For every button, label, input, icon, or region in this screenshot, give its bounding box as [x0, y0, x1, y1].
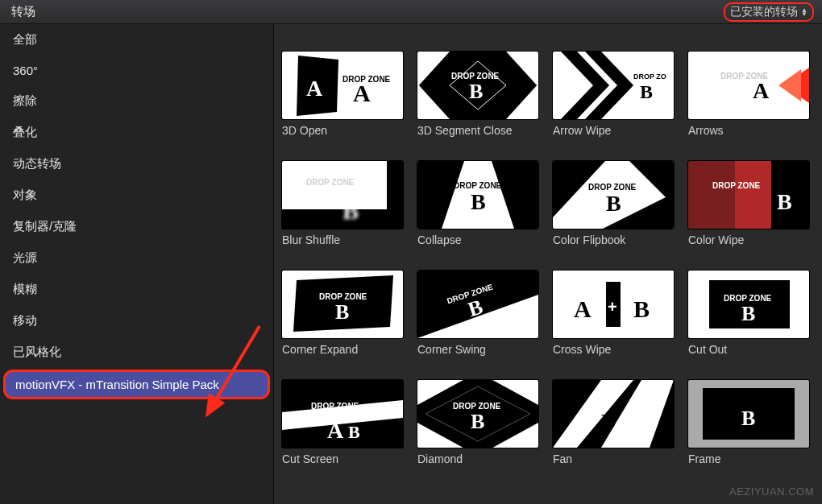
tile-thumb: DROP ZONE B: [553, 161, 674, 229]
sidebar-item-dynamic[interactable]: 动态转场: [0, 148, 273, 180]
installed-filter-dropdown[interactable]: 已安装的转场 ▲▼: [724, 2, 814, 22]
tile-collapse[interactable]: DROP ZONE B Collapse: [417, 161, 538, 261]
tile-label: 3D Segment Close: [417, 124, 538, 151]
tile-label: Corner Swing: [417, 343, 538, 370]
svg-rect-56: [553, 327, 674, 338]
sidebar-item-dissolve[interactable]: 叠化: [0, 117, 273, 148]
tile-thumb: DROP ZONE B: [417, 161, 538, 229]
sidebar-item-label: 擦除: [13, 93, 37, 109]
sidebar-item-light[interactable]: 光源: [0, 242, 273, 274]
sidebar-item-label: 光源: [13, 250, 37, 266]
app-root: 转场 已安装的转场 ▲▼ 全部 360° 擦除 叠化 动态转场 对象 复制器/克…: [0, 0, 822, 504]
tile-label: Diamond: [417, 452, 538, 480]
updown-icon: ▲▼: [801, 8, 807, 16]
svg-text:B: B: [741, 302, 755, 325]
svg-text:B: B: [640, 81, 653, 102]
sidebar-item-label: 移动: [13, 313, 37, 328]
sidebar-item-blur[interactable]: 模糊: [0, 274, 273, 305]
tile-label: Blur Shuffle: [282, 233, 403, 261]
sidebar-item-label: 对象: [13, 188, 37, 203]
tile-arrow-wipe[interactable]: DROP ZO B Arrow Wipe: [553, 52, 674, 151]
tile-cut-screen[interactable]: DROP ZONE A B Cut Screen: [282, 380, 403, 480]
tile-label: Color Flipbook: [553, 233, 674, 261]
tile-label: Corner Expand: [282, 343, 403, 370]
svg-text:DROP ZO: DROP ZO: [633, 72, 666, 81]
tile-thumb: DROP ZONE B: [417, 380, 538, 448]
sidebar-item-label: motionVFX - mTransition Simple Pack: [15, 378, 219, 391]
tile-label: Cut Screen: [282, 452, 403, 480]
tile-corner-swing[interactable]: DROP ZONE B Corner Swing: [417, 271, 538, 370]
tile-diamond[interactable]: DROP ZONE B Diamond: [417, 380, 538, 480]
svg-text:B: B: [606, 191, 621, 216]
sidebar-item-all[interactable]: 全部: [0, 24, 273, 56]
transition-grid-area: A DROP ZONE A 3D Open: [274, 24, 822, 504]
tile-arrows[interactable]: DROP ZONE A Arrows: [688, 52, 809, 151]
svg-text:B: B: [471, 189, 486, 214]
svg-text:B: B: [633, 295, 650, 322]
browser-title: 转场: [11, 4, 35, 19]
svg-text:B: B: [777, 189, 792, 214]
sidebar-item-stylized[interactable]: 已风格化: [0, 337, 273, 368]
svg-text:A: A: [306, 76, 323, 101]
tile-label: Arrow Wipe: [553, 124, 674, 151]
tile-thumb: DROP ZONE A B: [282, 380, 403, 448]
tile-thumb: A + B: [553, 271, 674, 338]
svg-text:B: B: [348, 422, 360, 442]
svg-text:DROP ZONE: DROP ZONE: [712, 181, 761, 190]
category-sidebar: 全部 360° 擦除 叠化 动态转场 对象 复制器/克隆 光源 模糊 移动 已风…: [0, 24, 274, 504]
topbar: 转场 已安装的转场 ▲▼: [0, 0, 822, 24]
tile-cut-out[interactable]: DROP ZONE B Cut Out: [688, 271, 809, 370]
sidebar-item-object[interactable]: 对象: [0, 180, 273, 211]
svg-text:A: A: [353, 80, 371, 106]
tile-color-flipbook[interactable]: DROP ZONE B Color Flipbook: [553, 161, 674, 261]
tile-3d-open[interactable]: A DROP ZONE A 3D Open: [282, 52, 403, 151]
sidebar-item-label: 全部: [13, 32, 37, 48]
tile-thumb: DROP ZO B: [553, 52, 674, 119]
sidebar-item-label: 叠化: [13, 125, 37, 140]
installed-filter-label: 已安装的转场: [730, 5, 798, 19]
svg-text:B: B: [601, 410, 615, 433]
tile-thumb: DROP ZONE B: [417, 52, 538, 119]
svg-text:DROP ZONE: DROP ZONE: [306, 178, 355, 187]
svg-rect-40: [735, 161, 771, 229]
tile-3d-segment-close[interactable]: DROP ZONE B 3D Segment Close: [417, 52, 538, 151]
tile-frame[interactable]: B Frame: [688, 380, 809, 480]
svg-text:B: B: [471, 410, 484, 433]
tile-fan[interactable]: B Fan: [553, 380, 674, 480]
tile-thumb: B: [688, 380, 809, 448]
tile-label: Frame: [688, 452, 809, 480]
tile-label: Cross Wipe: [553, 343, 674, 370]
transition-grid: A DROP ZONE A 3D Open: [282, 52, 814, 480]
sidebar-item-replicator[interactable]: 复制器/克隆: [0, 211, 273, 242]
tile-thumb: A DROP ZONE A: [282, 52, 403, 119]
tile-thumb: DROP ZONE A: [688, 52, 809, 119]
sidebar-item-motionvfx[interactable]: motionVFX - mTransition Simple Pack: [3, 370, 270, 399]
svg-text:A: A: [327, 418, 344, 443]
svg-text:A: A: [574, 295, 592, 322]
sidebar-item-360[interactable]: 360°: [0, 56, 273, 85]
tile-color-wipe[interactable]: DROP ZONE B Color Wipe: [688, 161, 809, 261]
svg-rect-55: [553, 271, 674, 282]
svg-text:B: B: [342, 197, 359, 224]
svg-text:+: +: [608, 298, 617, 316]
sidebar-item-label: 复制器/克隆: [13, 219, 77, 234]
svg-text:B: B: [741, 407, 755, 430]
svg-text:B: B: [469, 80, 483, 103]
svg-text:DROP ZONE: DROP ZONE: [311, 402, 359, 411]
sidebar-item-label: 动态转场: [13, 156, 61, 171]
tile-label: Collapse: [417, 233, 538, 261]
sidebar-item-wipe[interactable]: 擦除: [0, 85, 273, 117]
tile-thumb: DROP ZONE B: [688, 271, 809, 338]
sidebar-item-label: 360°: [13, 64, 38, 77]
tile-blur-shuffle[interactable]: DROP ZONE B Blur Shuffle: [282, 161, 403, 261]
tile-thumb: DROP ZONE B: [688, 161, 809, 229]
svg-text:B: B: [335, 300, 349, 324]
tile-label: Cut Out: [688, 343, 809, 370]
sidebar-item-label: 模糊: [13, 282, 37, 297]
sidebar-item-move[interactable]: 移动: [0, 305, 273, 337]
tile-cross-wipe[interactable]: A + B Cross Wipe: [553, 271, 674, 370]
svg-text:A: A: [753, 78, 770, 103]
tile-corner-expand[interactable]: DROP ZONE B Corner Expand: [282, 271, 403, 370]
tile-thumb: B: [553, 380, 674, 448]
tile-thumb: DROP ZONE B: [417, 271, 538, 338]
